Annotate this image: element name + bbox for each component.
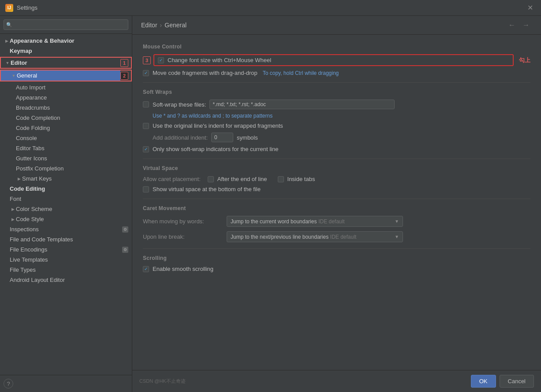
- allow-caret-row: Allow caret placement: After the end of …: [143, 176, 530, 182]
- forward-button[interactable]: →: [520, 20, 532, 30]
- expand-icon: ▶: [10, 216, 16, 222]
- sidebar-label: Editor Tabs: [16, 145, 45, 152]
- sidebar-item-code-style[interactable]: ▶ Code Style: [0, 214, 132, 224]
- window-title: Settings: [17, 4, 37, 11]
- upon-line-dropdown[interactable]: Jump to the next/previous line boundarie…: [227, 231, 403, 242]
- divider-3: [143, 199, 530, 199]
- original-indent-row: Use the original line's indent for wrapp…: [143, 122, 530, 129]
- original-indent-label: Use the original line's indent for wrapp…: [153, 122, 283, 129]
- sidebar-label: File Encodings: [10, 246, 47, 253]
- smooth-scroll-label: Enable smooth scrolling: [153, 266, 213, 272]
- soft-wrap-files-label: Soft-wrap these files:: [153, 101, 206, 108]
- cancel-button[interactable]: Cancel: [500, 375, 534, 388]
- soft-wrap-indicators-row: Only show soft-wrap indicators for the c…: [143, 146, 530, 152]
- sidebar-label: File Types: [10, 266, 36, 273]
- additional-indent-input[interactable]: [211, 133, 233, 142]
- annotation-2: 2: [120, 72, 128, 80]
- annotation-1: 1: [120, 59, 128, 67]
- sidebar: 🔍 ▶ Appearance & Behavior Keymap: [0, 16, 132, 392]
- annotation-3: 3: [143, 56, 151, 64]
- soft-wrap-indicators-checkbox[interactable]: [143, 146, 149, 152]
- show-virtual-checkbox[interactable]: [143, 186, 149, 192]
- sidebar-item-editor[interactable]: ▼ Editor: [1, 58, 120, 68]
- sidebar-item-general[interactable]: ▼ General: [1, 70, 120, 81]
- divider-1: [143, 82, 530, 83]
- breadcrumb: Editor › General: [141, 22, 187, 29]
- sidebar-item-smart-keys[interactable]: ▶ Smart Keys: [0, 174, 132, 184]
- sidebar-item-inspections[interactable]: Inspections ⚙: [0, 224, 132, 234]
- search-input[interactable]: [4, 19, 128, 30]
- close-button[interactable]: ✕: [525, 3, 536, 13]
- watermark: CSDN @HK不止奇迹: [139, 378, 186, 385]
- sidebar-tree: ▶ Appearance & Behavior Keymap ▼ Editor …: [0, 34, 132, 375]
- ok-button[interactable]: OK: [471, 375, 496, 388]
- title-bar: IJ Settings ✕: [0, 0, 541, 16]
- annotation-gou-shang: 勾上: [519, 56, 530, 64]
- sidebar-item-code-folding[interactable]: Code Folding: [0, 123, 132, 133]
- search-wrapper: 🔍: [4, 19, 128, 30]
- soft-wrap-hint: Use * and ? as wildcards and ; to separa…: [153, 113, 530, 119]
- change-font-size-label: Change font size with Ctrl+Mouse Wheel: [168, 57, 271, 63]
- badge-icon: ⚙: [122, 247, 128, 253]
- sidebar-item-color-scheme[interactable]: ▶ Color Scheme: [0, 204, 132, 214]
- soft-wraps-title: Soft Wraps: [143, 89, 530, 95]
- show-virtual-label: Show virtual space at the bottom of the …: [153, 186, 261, 192]
- sidebar-label: Code Style: [16, 216, 44, 222]
- sidebar-item-keymap[interactable]: Keymap: [0, 46, 132, 56]
- nav-buttons: ← →: [506, 20, 532, 30]
- sidebar-item-console[interactable]: Console: [0, 133, 132, 143]
- dropdown-arrow-icon-2: ▼: [395, 234, 399, 239]
- sidebar-label: File and Code Templates: [10, 236, 73, 243]
- virtual-space-title: Virtual Space: [143, 165, 530, 171]
- when-moving-row: When moving by words: Jump to the curren…: [143, 216, 530, 227]
- original-indent-checkbox[interactable]: [143, 123, 149, 129]
- when-moving-dropdown[interactable]: Jump to the current word boundaries IDE …: [227, 216, 403, 227]
- search-icon: 🔍: [6, 22, 12, 28]
- sidebar-item-editor-tabs[interactable]: Editor Tabs: [0, 143, 132, 153]
- sidebar-item-file-encodings[interactable]: File Encodings ⚙: [0, 244, 132, 255]
- sidebar-item-appearance-behavior[interactable]: ▶ Appearance & Behavior: [0, 36, 132, 46]
- help-button[interactable]: ?: [4, 379, 13, 388]
- sidebar-label: Editor: [11, 59, 27, 66]
- panel-header: Editor › General ← →: [132, 16, 541, 35]
- sidebar-label: Auto Import: [16, 84, 45, 91]
- caret-movement-title: Caret Movement: [143, 205, 530, 211]
- sidebar-bottom: ?: [0, 375, 132, 392]
- sidebar-item-auto-import[interactable]: Auto Import: [0, 82, 132, 92]
- sidebar-label: Breadcrumbs: [16, 104, 50, 111]
- sidebar-item-file-code-templates[interactable]: File and Code Templates: [0, 234, 132, 244]
- sidebar-item-appearance[interactable]: Appearance: [0, 92, 132, 103]
- panel-footer: CSDN @HK不止奇迹 OK Cancel: [132, 370, 541, 392]
- soft-wrap-files-row: Soft-wrap these files:: [143, 100, 530, 109]
- soft-wrap-input[interactable]: [209, 100, 395, 109]
- expand-icon: ▶: [16, 176, 22, 182]
- content-area: 🔍 ▶ Appearance & Behavior Keymap: [0, 16, 541, 392]
- sidebar-item-gutter-icons[interactable]: Gutter Icons: [0, 153, 132, 163]
- sidebar-label: Color Scheme: [16, 206, 52, 212]
- inside-tabs-checkbox[interactable]: [278, 176, 284, 182]
- sidebar-item-code-editing[interactable]: Code Editing: [0, 184, 132, 194]
- sidebar-item-postfix-completion[interactable]: Postfix Completion: [0, 163, 132, 174]
- change-font-size-checkbox[interactable]: [158, 57, 164, 63]
- upon-line-row: Upon line break: Jump to the next/previo…: [143, 231, 530, 242]
- sidebar-item-file-types[interactable]: File Types: [0, 265, 132, 275]
- upon-line-label: Upon line break:: [143, 233, 222, 240]
- breadcrumb-separator: ›: [160, 22, 162, 29]
- additional-indent-row: Add additional indent: symbols: [153, 133, 530, 142]
- panel-content: Mouse Control 3 Change font size with Ct…: [132, 35, 541, 370]
- additional-indent-unit: symbols: [237, 134, 258, 141]
- sidebar-item-breadcrumbs[interactable]: Breadcrumbs: [0, 103, 132, 113]
- expand-icon: ▶: [10, 206, 16, 212]
- smooth-scroll-checkbox[interactable]: [143, 266, 149, 272]
- sidebar-item-live-templates[interactable]: Live Templates: [0, 255, 132, 265]
- badge-icon: ⚙: [122, 226, 128, 233]
- sidebar-item-font[interactable]: Font: [0, 194, 132, 204]
- soft-wrap-checkbox[interactable]: [143, 101, 149, 107]
- back-button[interactable]: ←: [506, 20, 518, 30]
- after-end-checkbox[interactable]: [208, 176, 214, 182]
- sidebar-label: Gutter Icons: [16, 155, 47, 162]
- sidebar-label: Code Editing: [10, 185, 45, 192]
- sidebar-item-code-completion[interactable]: Code Completion: [0, 113, 132, 123]
- sidebar-item-android-layout-editor[interactable]: Android Layout Editor: [0, 275, 132, 285]
- move-code-fragments-checkbox[interactable]: [143, 70, 149, 76]
